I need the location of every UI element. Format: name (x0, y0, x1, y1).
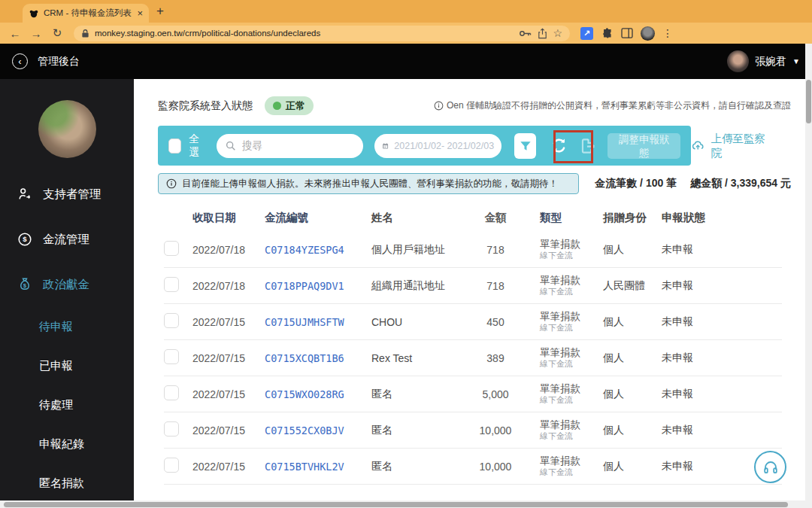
cell-type-channel: 線下金流 (540, 287, 603, 297)
cell-type: 單筆捐款 線下金流 (540, 383, 603, 404)
money-bag-icon: $ (17, 276, 33, 293)
cell-status: 未申報 (662, 388, 722, 401)
browser-tabstrip: CRM - 待申報金流列表 | 政治獻金 × + (0, 0, 812, 23)
login-status-label: 監察院系統登入狀態 (158, 99, 253, 113)
browser-tab[interactable]: CRM - 待申報金流列表 | 政治獻金 × (23, 4, 149, 23)
sidebar-subitem-undeclared[interactable]: 待申報 (0, 318, 134, 336)
user-menu[interactable]: 張婉君 ▼ (727, 50, 800, 72)
back-icon[interactable]: ← (8, 27, 23, 40)
forward-icon[interactable]: → (29, 27, 44, 40)
cashflow-id-link[interactable]: C07184YZESPG4 (265, 244, 371, 256)
sync-declare-status-button[interactable] (547, 132, 571, 160)
cell-donor: 人民團體 (603, 279, 662, 293)
upload-to-control-yuan-button[interactable]: 上傳至監察院 (691, 132, 774, 160)
subitem-label: 待申報 (39, 320, 73, 334)
row-checkbox[interactable] (164, 349, 179, 364)
url-bar[interactable]: monkey.staging.oen.tw/crm/political-dona… (74, 26, 570, 41)
summary: 金流筆數 / 100 筆 總金額 / 3,339,654 元 (595, 177, 791, 190)
status-badge: 正常 (265, 96, 314, 115)
date-range-picker[interactable]: 2021/01/02- 2021/02/03 (374, 134, 501, 158)
search-box[interactable] (217, 134, 363, 158)
filter-button[interactable] (514, 133, 536, 159)
sync-icon (549, 135, 569, 156)
cell-type: 單筆捐款 線下金流 (540, 455, 603, 476)
tab-close-icon[interactable]: × (137, 8, 143, 18)
horizontal-scrollbar[interactable] (0, 500, 812, 508)
date-range-text: 2021/01/02- 2021/02/03 (394, 141, 494, 151)
screenshot-extension-icon[interactable]: ↗ (580, 27, 593, 40)
calendar-icon (382, 140, 389, 152)
cell-status: 未申報 (662, 243, 722, 257)
search-input[interactable] (242, 140, 355, 151)
cell-date: 2022/07/15 (192, 388, 265, 400)
side-panel-icon[interactable] (621, 28, 633, 38)
cell-date: 2022/07/15 (192, 316, 265, 328)
cell-amount: 450 (469, 316, 522, 328)
row-checkbox-cell (164, 385, 192, 403)
reload-icon[interactable]: ↻ (50, 26, 65, 40)
password-key-icon[interactable] (519, 29, 532, 38)
cashflow-id-link[interactable]: C0718PPAQ9DV1 (265, 280, 371, 292)
cashflow-id-link[interactable]: C0715XCQBT1B6 (265, 352, 371, 364)
cell-date: 2022/07/15 (192, 352, 265, 364)
horizontal-scrollbar-thumb[interactable] (4, 502, 788, 507)
support-button[interactable] (754, 451, 786, 483)
cell-type: 單筆捐款 線下金流 (540, 311, 603, 332)
vertical-scrollbar-thumb[interactable] (806, 80, 811, 123)
sidebar-subitem-pending[interactable]: 待處理 (0, 396, 134, 414)
subitem-label: 待處理 (39, 398, 73, 412)
sidebar-subitem-records[interactable]: 申報紀錄 (0, 435, 134, 453)
cell-name: 個人用戶籍地址 (371, 243, 469, 257)
header-status: 申報狀態 (662, 211, 722, 225)
cell-amount: 718 (469, 280, 522, 292)
bookmark-star-icon[interactable]: ☆ (553, 27, 562, 39)
row-checkbox[interactable] (164, 241, 179, 256)
browser-menu-icon[interactable]: ⋮ (662, 27, 673, 39)
share-icon[interactable] (538, 28, 547, 39)
tab-title: CRM - 待申報金流列表 | 政治獻金 (44, 8, 132, 19)
search-icon (225, 140, 237, 152)
cashflow-id-link[interactable]: C0715UJMHSFTW (265, 316, 371, 328)
row-checkbox[interactable] (164, 277, 179, 292)
browser-profile-avatar[interactable] (641, 26, 655, 41)
sidebar: 支持者管理 $ 金流管理 $ 政治獻金 待申報 已申報 待處理 申報紀錄 匿名捐… (0, 79, 134, 500)
row-checkbox[interactable] (164, 458, 179, 473)
header-donor: 捐贈身份 (603, 211, 662, 225)
cell-date: 2022/07/15 (192, 461, 265, 473)
cell-name: 組織用通訊地址 (371, 279, 469, 293)
cashflow-id-link[interactable]: C0715WXO028RG (265, 388, 371, 400)
action-toolbar: 全選 2021/01/02- 2021/02/03 (158, 126, 691, 166)
table-header-row: 收取日期 金流編號 姓名 金額 類型 捐贈身份 申報狀態 (164, 203, 782, 232)
sidebar-item-cashflow[interactable]: $ 金流管理 (0, 230, 134, 249)
back-circle-icon[interactable]: ‹ (12, 53, 28, 69)
adjust-declare-status-button[interactable]: 調整申報狀態 (607, 133, 680, 159)
sidebar-subitem-declared[interactable]: 已申報 (0, 357, 134, 375)
row-checkbox-cell (164, 313, 192, 330)
table-row: 2022/07/15 C0715WXO028RG 匿名 5,000 單筆捐款 線… (164, 376, 782, 412)
cell-amount: 389 (469, 352, 522, 364)
sidebar-item-political-donations[interactable]: $ 政治獻金 (0, 275, 134, 294)
extensions-puzzle-icon[interactable] (601, 27, 614, 40)
cashflow-id-link[interactable]: C071552CX0BJV (265, 424, 371, 437)
sidebar-subitem-anonymous[interactable]: 匿名捐款 (0, 474, 134, 492)
info-icon (166, 178, 177, 189)
new-tab-button[interactable]: + (156, 4, 164, 19)
cell-status: 未申報 (662, 424, 722, 437)
select-all-label: 全選 (189, 132, 207, 160)
header-id: 金流編號 (265, 211, 371, 225)
row-checkbox-cell (164, 421, 192, 439)
table-body: 2022/07/18 C07184YZESPG4 個人用戶籍地址 718 單筆捐… (164, 232, 782, 485)
export-button[interactable] (577, 133, 598, 159)
row-checkbox[interactable] (164, 385, 179, 400)
disclaimer-text: Oen 僅輔助驗證不得捐贈的公開資料，營利事業累虧等非公示資料，請自行確認及查證 (447, 99, 791, 112)
header-date: 收取日期 (192, 211, 265, 225)
notice-bar: 目前僅能上傳申報個人捐款。未來將推出申報人民團體、營利事業捐款的功能，敬請期待！ (158, 173, 579, 194)
cashflow-id-link[interactable]: C0715BTVHKL2V (265, 461, 371, 473)
select-all-checkbox[interactable] (168, 138, 181, 154)
info-icon (434, 101, 444, 111)
vertical-scrollbar[interactable] (805, 44, 812, 500)
cell-type-channel: 線下金流 (540, 395, 603, 405)
sidebar-item-supporters[interactable]: 支持者管理 (0, 184, 134, 204)
row-checkbox[interactable] (164, 313, 179, 328)
row-checkbox[interactable] (164, 421, 179, 437)
